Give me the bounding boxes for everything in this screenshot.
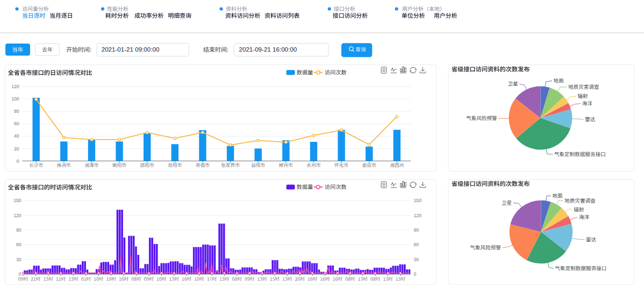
- svg-text:2021-09-21 16:00:00: 2021-09-21 16:00:00: [239, 46, 297, 53]
- svg-text:90: 90: [414, 227, 419, 233]
- svg-text:0: 0: [17, 159, 19, 164]
- svg-text:40: 40: [14, 133, 19, 139]
- svg-text:2021-01-21 09:00:00: 2021-01-21 09:00:00: [102, 46, 160, 53]
- svg-text:0: 0: [414, 271, 417, 277]
- svg-text:100: 100: [11, 96, 19, 102]
- svg-text:60: 60: [414, 242, 419, 247]
- svg-text:90: 90: [16, 227, 22, 233]
- svg-text:0: 0: [19, 271, 22, 277]
- svg-text:20: 20: [14, 146, 19, 152]
- svg-text:150: 150: [414, 198, 422, 203]
- svg-text:30: 30: [414, 257, 419, 262]
- svg-text:30: 30: [16, 257, 22, 262]
- svg-text:150: 150: [13, 198, 22, 203]
- svg-text:120: 120: [13, 213, 22, 218]
- svg-text:60: 60: [16, 242, 22, 247]
- svg-text:80: 80: [14, 109, 19, 114]
- svg-text:120: 120: [11, 84, 19, 89]
- svg-text:60: 60: [14, 121, 19, 126]
- svg-text:120: 120: [414, 213, 422, 218]
